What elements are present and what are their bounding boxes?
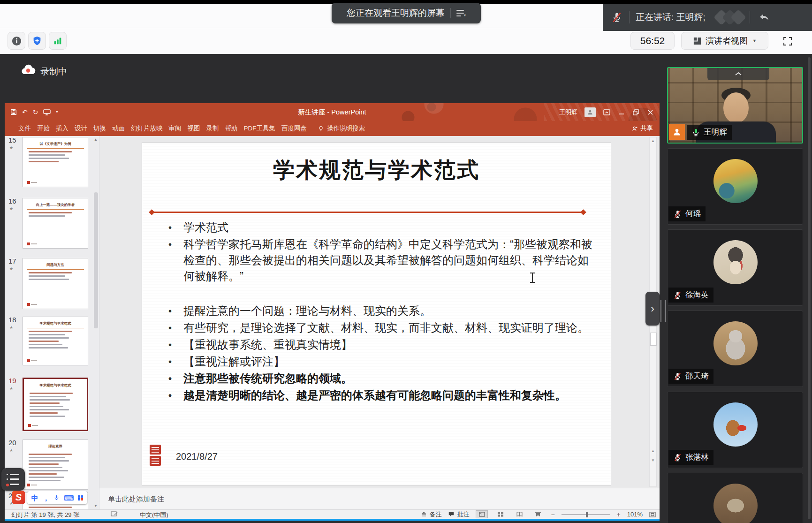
menu-tab-设计[interactable]: 设计 xyxy=(75,124,87,133)
slide-thumbnail-18[interactable]: 18★学术规范与学术范式 xyxy=(5,316,99,364)
participant-video-list: 王明辉何瑶徐海英邵天琦张湛林 xyxy=(660,54,812,523)
thumbnail-preview[interactable]: 学术规范与学术范式 xyxy=(23,317,88,365)
normal-view-button[interactable] xyxy=(476,510,488,518)
next-slide-icon[interactable]: ▼ xyxy=(651,458,655,462)
slide-bullet: 越是清楚明晰的结论、越是严密的体系越有可能忽略问题的丰富性和复杂性。 xyxy=(167,387,593,403)
language-label[interactable]: 中文(中国) xyxy=(140,511,168,519)
view-mode-selector[interactable]: 演讲者视图 ▼ xyxy=(681,32,768,50)
ribbon-menu-bar: 文件开始插入设计切换动画幻灯片放映审阅视图录制帮助PDF工具集百度网盘 操作说明… xyxy=(5,121,660,136)
thumbnail-preview[interactable]: 理论素养 xyxy=(23,440,88,490)
thumbnail-preview[interactable]: 问题与方法 xyxy=(23,258,88,309)
participant-list-scrollbar[interactable] xyxy=(808,57,811,519)
thumbnail-preview[interactable]: 学术规范与学术范式 xyxy=(23,378,88,431)
share-button[interactable]: 共享 xyxy=(632,121,653,136)
minimize-button[interactable] xyxy=(617,108,625,116)
thumbnail-title: 学术规范与学术范式 xyxy=(24,383,87,388)
participant-tile-王明辉[interactable]: 王明辉 xyxy=(667,67,803,144)
ime-voice-icon[interactable] xyxy=(53,494,60,501)
qat-customize-icon[interactable]: ▾ xyxy=(56,110,58,114)
slideshow-icon xyxy=(535,512,541,517)
avatar-landscape-painting xyxy=(713,159,758,203)
slide-footer-logo xyxy=(27,359,38,362)
menu-tab-录制[interactable]: 录制 xyxy=(206,124,219,133)
zoom-level[interactable]: 101% xyxy=(627,511,643,518)
fullscreen-button[interactable] xyxy=(778,33,797,50)
zoom-in-icon[interactable]: + xyxy=(617,511,621,518)
zoom-out-icon[interactable]: − xyxy=(551,511,554,518)
scrollbar-thumb[interactable] xyxy=(650,333,657,346)
scroll-up-icon[interactable]: ▲ xyxy=(651,139,655,143)
menu-tab-切换[interactable]: 切换 xyxy=(93,124,106,133)
ime-toolbox-icon[interactable] xyxy=(78,495,83,500)
sogou-ime-logo[interactable]: S xyxy=(12,491,25,504)
participant-tile-邵天琦[interactable]: 邵天琦 xyxy=(667,311,803,387)
participant-tile-partial[interactable] xyxy=(667,473,803,523)
network-quality-button[interactable] xyxy=(49,32,67,50)
slide-thumbnail-16[interactable]: 16★向上一路——顶尖的学者 xyxy=(5,197,99,248)
animation-star-icon: ★ xyxy=(9,145,13,150)
slide-thumbnail-15[interactable]: 15★以《文学遗产》为例 xyxy=(5,136,99,186)
thumbnail-scrollbar[interactable] xyxy=(94,192,98,328)
meeting-security-button[interactable] xyxy=(28,32,46,50)
notes-icon xyxy=(421,512,427,517)
undo-icon[interactable]: ↶ xyxy=(22,109,28,115)
signal-bars-icon xyxy=(53,36,63,46)
scroll-down-icon[interactable]: ▼ xyxy=(94,504,98,508)
fit-to-window-icon[interactable] xyxy=(649,512,656,517)
collapse-video-handle[interactable] xyxy=(707,67,769,80)
menu-tab-插入[interactable]: 插入 xyxy=(56,124,68,133)
scroll-up-icon[interactable]: ▲ xyxy=(94,137,98,142)
thumbnail-preview[interactable]: 以《文学遗产》为例 xyxy=(23,137,88,187)
reading-view-button[interactable] xyxy=(513,510,525,518)
zoom-slider[interactable] xyxy=(562,514,610,515)
menu-tab-视图[interactable]: 视图 xyxy=(188,124,200,133)
menu-tab-审阅[interactable]: 审阅 xyxy=(169,124,182,133)
animation-star-icon: ★ xyxy=(9,266,13,271)
notes-toggle[interactable]: 备注 xyxy=(421,510,441,519)
menu-tab-开始[interactable]: 开始 xyxy=(37,124,50,133)
comments-toggle[interactable]: 批注 xyxy=(448,510,469,519)
annotation-tools-button[interactable] xyxy=(1,468,25,491)
slide-number: 16 xyxy=(8,197,20,205)
display-settings-icon[interactable] xyxy=(111,511,118,517)
animation-star-icon: ★ xyxy=(9,386,13,391)
restore-button[interactable] xyxy=(632,108,639,116)
slide-sorter-icon xyxy=(498,512,503,517)
zoom-slider-thumb[interactable] xyxy=(586,512,588,517)
slide-date: 2021/8/27 xyxy=(176,451,218,462)
menu-tab-幻灯片放映[interactable]: 幻灯片放映 xyxy=(131,124,163,133)
slideshow-view-button[interactable] xyxy=(532,510,544,518)
participant-tile-何瑶[interactable]: 何瑶 xyxy=(667,148,803,225)
sidebar-collapse-button[interactable]: › xyxy=(645,292,660,326)
meeting-info-button[interactable] xyxy=(8,32,25,50)
menu-tab-动画[interactable]: 动画 xyxy=(112,124,125,133)
menu-tab-帮助[interactable]: 帮助 xyxy=(225,124,238,133)
close-button[interactable] xyxy=(646,108,654,116)
slide-sorter-view-button[interactable] xyxy=(494,510,507,518)
menu-tab-文件[interactable]: 文件 xyxy=(18,124,31,133)
menu-tab-PDF工具集[interactable]: PDF工具集 xyxy=(244,124,276,133)
ime-keyboard-icon[interactable]: ⌨ xyxy=(64,494,74,501)
save-icon[interactable] xyxy=(10,109,17,115)
notes-pane[interactable]: 单击此处添加备注 xyxy=(99,488,660,509)
account-avatar[interactable] xyxy=(584,107,596,117)
start-slideshow-icon[interactable] xyxy=(43,109,51,116)
participant-tile-张湛林[interactable]: 张湛林 xyxy=(667,392,803,468)
previous-slide-icon[interactable]: ▲ xyxy=(651,449,655,453)
slide-thumbnail-19[interactable]: 19★学术规范与学术范式 xyxy=(5,377,99,430)
tell-me-search[interactable]: 操作说明搜索 xyxy=(318,124,365,133)
slide-title: 学术规范与学术范式 xyxy=(142,156,611,185)
slide-thumbnail-17[interactable]: 17★问题与方法 xyxy=(5,257,99,308)
ime-punctuation-toggle[interactable]: ， xyxy=(42,494,49,501)
ime-language-toggle[interactable]: 中 xyxy=(31,494,38,501)
ribbon-options-icon[interactable] xyxy=(603,108,610,116)
banner-menu-icon[interactable]: ▾ xyxy=(456,9,466,17)
live-mic-icon xyxy=(691,128,700,137)
slide-number: 17 xyxy=(8,257,20,265)
redo-icon[interactable]: ↻ xyxy=(33,109,38,115)
participant-tile-徐海英[interactable]: 徐海英 xyxy=(667,229,803,306)
reply-arrow-icon[interactable] xyxy=(758,12,771,23)
menu-tab-百度网盘[interactable]: 百度网盘 xyxy=(281,124,307,133)
powerpoint-status-bar: 幻灯片 第 19 张, 共 29 张 中文(中国) 备注 批注 xyxy=(5,509,660,519)
thumbnail-preview[interactable]: 向上一路——顶尖的学者 xyxy=(23,198,88,249)
